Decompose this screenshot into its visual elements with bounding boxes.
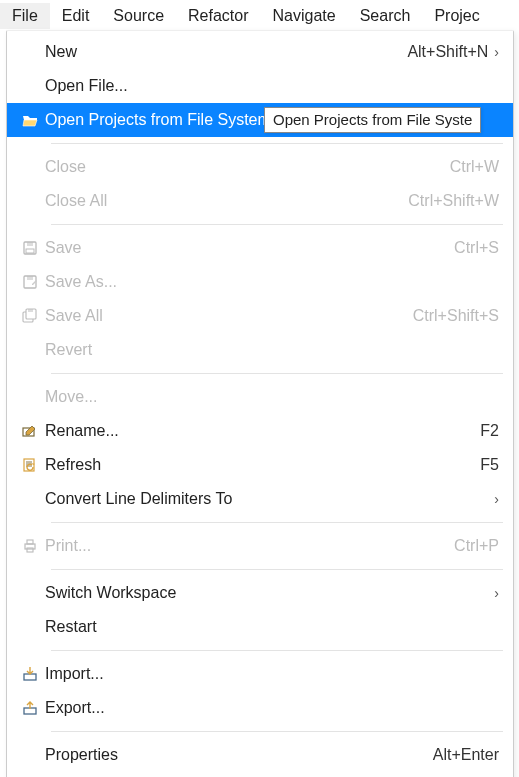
menu-item-shortcut: Ctrl+Shift+S [413,307,499,325]
file-menu-dropdown: NewAlt+Shift+N›Open File...Open Projects… [6,30,514,777]
menu-separator [51,650,503,651]
print-icon [15,538,45,554]
save-icon [15,240,45,256]
menubar-item-refactor[interactable]: Refactor [176,3,260,29]
menu-separator [51,224,503,225]
menu-item-shortcut: F2 [480,422,499,440]
menu-item-export[interactable]: Export... [7,691,513,725]
save-all-icon [15,308,45,324]
svg-rect-7 [28,309,33,312]
menu-separator [51,373,503,374]
menu-item-close-all: Close AllCtrl+Shift+W [7,184,513,218]
menubar-item-file[interactable]: File [0,3,50,29]
menu-item-shortcut: Ctrl+P [454,537,499,555]
menubar-item-navigate[interactable]: Navigate [261,3,348,29]
menu-item-label: Export... [45,699,499,717]
menu-item-label: Close All [45,192,398,210]
menu-item-label: Save [45,239,444,257]
svg-rect-2 [26,249,34,253]
menu-item-shortcut: Alt+Enter [433,746,499,764]
menu-item-label: Print... [45,537,444,555]
menu-item-label: Refresh [45,456,470,474]
menu-item-shortcut: F5 [480,456,499,474]
menubar-item-search[interactable]: Search [348,3,423,29]
menu-item-label: Open File... [45,77,499,95]
chevron-right-icon: › [494,585,499,601]
menubar-item-edit[interactable]: Edit [50,3,102,29]
menu-item-label: Move... [45,388,499,406]
menu-item-label: Import... [45,665,499,683]
menu-item-label: Restart [45,618,499,636]
menu-item-move: Move... [7,380,513,414]
menu-item-switch-workspace[interactable]: Switch Workspace› [7,576,513,610]
tooltip: Open Projects from File Syste [264,107,481,133]
menu-item-restart[interactable]: Restart [7,610,513,644]
menubar: FileEditSourceRefactorNavigateSearchProj… [0,0,519,32]
menu-item-new[interactable]: NewAlt+Shift+N› [7,35,513,69]
menu-item-label: Switch Workspace [45,584,488,602]
rename-icon [15,423,45,439]
menu-item-rename[interactable]: Rename...F2 [7,414,513,448]
menu-item-save-all: Save AllCtrl+Shift+S [7,299,513,333]
menu-item-convert-line-delimiters-to[interactable]: Convert Line Delimiters To› [7,482,513,516]
menu-separator [51,143,503,144]
menu-separator [51,522,503,523]
folder-open-icon [15,112,45,128]
menu-separator [51,731,503,732]
tooltip-text: Open Projects from File Syste [273,111,472,128]
menu-item-shortcut: Ctrl+Shift+W [408,192,499,210]
menu-item-label: Close [45,158,440,176]
menu-item-shortcut: Ctrl+S [454,239,499,257]
svg-rect-1 [27,242,33,246]
menu-item-label: Rename... [45,422,470,440]
menu-item-save: SaveCtrl+S [7,231,513,265]
menu-item-print: Print...Ctrl+P [7,529,513,563]
menu-item-shortcut: Alt+Shift+N [407,43,488,61]
menu-item-revert: Revert [7,333,513,367]
menu-item-label: Save As... [45,273,499,291]
refresh-icon [15,457,45,473]
menu-item-import[interactable]: Import... [7,657,513,691]
chevron-right-icon: › [494,44,499,60]
menu-item-properties[interactable]: PropertiesAlt+Enter [7,738,513,772]
menu-item-label: Properties [45,746,423,764]
menu-item-shortcut: Ctrl+W [450,158,499,176]
menu-item-save-as: Save As... [7,265,513,299]
menubar-item-projec[interactable]: Projec [422,3,491,29]
menu-item-refresh[interactable]: RefreshF5 [7,448,513,482]
menu-item-open-file[interactable]: Open File... [7,69,513,103]
import-icon [15,666,45,682]
menu-separator [51,569,503,570]
save-as-icon [15,274,45,290]
chevron-right-icon: › [494,491,499,507]
export-icon [15,700,45,716]
menu-item-label: Revert [45,341,499,359]
menu-item-label: New [45,43,397,61]
menu-item-close: CloseCtrl+W [7,150,513,184]
menu-item-label: Save All [45,307,403,325]
menu-item-label: Convert Line Delimiters To [45,490,488,508]
menubar-item-source[interactable]: Source [101,3,176,29]
svg-rect-4 [27,276,33,280]
